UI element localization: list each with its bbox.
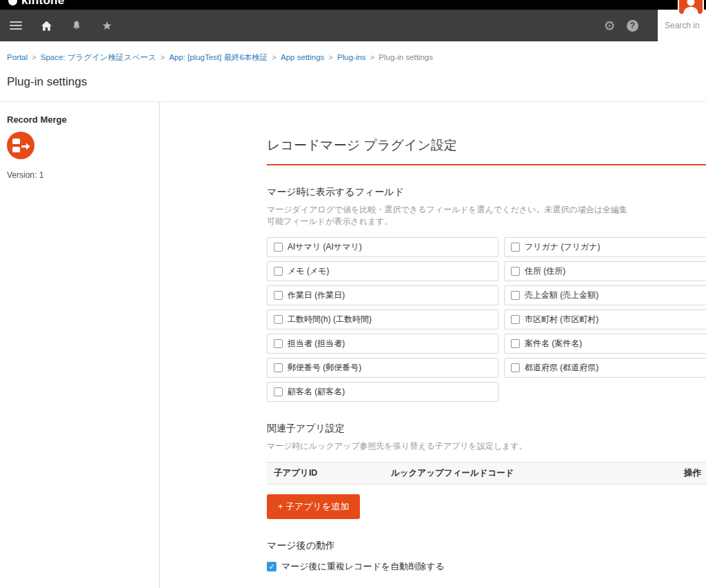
favorites-star-icon[interactable]: ★ [101,19,113,32]
field-label: 工数時間(h) (工数時間) [288,314,372,325]
checkbox-unchecked[interactable] [511,363,520,372]
auto-delete-label: マージ後に重複レコードを自動削除する [281,560,445,573]
field-label: フリガナ (フリガナ) [525,241,601,253]
checkbox-unchecked[interactable] [511,315,520,324]
plugin-version: Version: 1 [7,170,152,180]
field-column-left: AIサマリ (AIサマリ) メモ (メモ) 作業日 (作業日) 工数時間(h) … [267,237,498,402]
add-child-app-button[interactable]: + 子アプリを追加 [267,494,360,519]
page-header: Portal>Space: プラグイン検証スペース>App: [plugTest… [0,41,706,102]
field-label: AIサマリ (AIサマリ) [288,241,362,253]
plugin-sidebar: Record Merge Version: 1 [0,102,160,588]
checkbox-unchecked[interactable] [511,243,520,252]
checkbox-unchecked[interactable] [274,315,283,324]
page-title: Plug-in settings [0,70,706,101]
breadcrumb-portal[interactable]: Portal [7,53,28,61]
checkbox-unchecked[interactable] [511,339,520,348]
user-avatar[interactable] [678,0,704,15]
breadcrumb: Portal>Space: プラグイン検証スペース>App: [plugTest… [0,41,706,70]
checkbox-unchecked[interactable] [274,339,283,348]
child-app-table: 子アプリID ルックアップフィールドコード 操作 [267,462,706,485]
field-checkbox-item[interactable]: 郵便番号 (郵便番号) [267,358,498,378]
kintone-logo-text: kintone [21,0,65,8]
field-label: 都道府県 (都道府県) [525,362,598,374]
breadcrumb-separator: > [370,53,375,61]
merge-fields-description: マージダイアログで値を比較・選択できるフィールドを選んでください。未選択の場合は… [267,204,636,227]
breadcrumb-separator: > [160,53,165,61]
child-app-section: 関連子アプリ設定 マージ時にルックアップ参照先を張り替える子アプリを設定します。… [267,423,636,519]
breadcrumb-separator: > [328,53,333,61]
home-icon[interactable] [40,19,52,32]
auto-delete-checkbox-row[interactable]: ✓ マージ後に重複レコードを自動削除する [267,560,636,573]
breadcrumb-current: Plug-in settings [379,53,433,61]
breadcrumb-app[interactable]: App: [plugTest] 最終6本検証 [169,53,268,61]
kintone-logo-icon [8,0,17,6]
checkbox-unchecked[interactable] [511,291,520,300]
breadcrumb-separator: > [32,53,37,61]
global-navbar: ★ ⚙ ? Search in [0,10,706,41]
help-icon[interactable]: ? [627,20,638,32]
field-label: 売上金額 (売上金額) [525,290,598,301]
child-app-description: マージ時にルックアップ参照先を張り替える子アプリを設定します。 [267,440,636,452]
column-header-child-app-id: 子アプリID [267,463,384,485]
field-checkbox-item[interactable]: 売上金額 (売上金額) [504,285,706,305]
post-merge-heading: マージ後の動作 [267,540,636,552]
checkbox-unchecked[interactable] [274,387,283,396]
checkbox-unchecked[interactable] [274,243,283,252]
checkbox-unchecked[interactable] [511,267,520,276]
plugin-settings-title: レコードマージ プラグイン設定 [267,136,706,165]
field-label: 市区町村 (市区町村) [525,314,598,325]
breadcrumb-app-settings[interactable]: App settings [281,53,324,61]
breadcrumb-separator: > [272,53,276,61]
breadcrumb-space[interactable]: Space: プラグイン検証スペース [41,53,157,61]
field-column-right: フリガナ (フリガナ) 住所 (住所) 売上金額 (売上金額) 市区町村 (市区… [504,237,706,402]
person-icon [682,0,700,14]
post-merge-section: マージ後の動作 ✓ マージ後に重複レコードを自動削除する [267,540,636,573]
merge-fields-heading: マージ時に表示するフィールド [267,186,636,199]
checkbox-unchecked[interactable] [274,363,283,372]
field-checkbox-item[interactable]: 都道府県 (都道府県) [504,358,706,378]
breadcrumb-plugins[interactable]: Plug-ins [337,53,366,61]
field-checkbox-item[interactable]: 顧客名 (顧客名) [267,382,498,402]
merge-fields-section: マージ時に表示するフィールド マージダイアログで値を比較・選択できるフィールドを… [267,186,636,402]
column-header-operation: 操作 [677,463,706,485]
child-app-heading: 関連子アプリ設定 [267,423,636,435]
search-placeholder: Search in [665,21,700,30]
column-header-lookup-field-code: ルックアップフィールドコード [384,463,677,485]
settings-gear-icon[interactable]: ⚙ [603,19,616,32]
menu-icon[interactable] [10,21,22,30]
record-merge-plugin-icon [7,132,34,159]
notifications-bell-icon[interactable] [70,19,83,32]
kintone-topbar: kintone [0,0,706,10]
field-checkbox-item[interactable]: AIサマリ (AIサマリ) [267,237,498,257]
field-checkbox-item[interactable]: 作業日 (作業日) [267,285,498,305]
field-label: 郵便番号 (郵便番号) [288,362,361,374]
checkbox-unchecked[interactable] [274,267,283,276]
field-checkbox-item[interactable]: 担当者 (担当者) [267,334,498,354]
field-label: 作業日 (作業日) [288,290,345,301]
field-checkbox-item[interactable]: 住所 (住所) [504,261,706,281]
checkbox-checked[interactable]: ✓ [267,562,276,571]
field-label: 顧客名 (顧客名) [288,386,345,398]
field-checkbox-item[interactable]: 市区町村 (市区町村) [504,310,706,330]
plugin-settings-panel: レコードマージ プラグイン設定 マージ時に表示するフィールド マージダイアログで… [160,102,636,588]
field-label: 案件名 (案件名) [525,338,582,349]
field-checkbox-item[interactable]: 案件名 (案件名) [504,334,706,354]
field-checkbox-item[interactable]: 工数時間(h) (工数時間) [267,310,498,330]
checkbox-unchecked[interactable] [274,291,283,300]
field-checkbox-item[interactable]: メモ (メモ) [267,261,498,281]
field-label: メモ (メモ) [288,265,329,277]
field-label: 住所 (住所) [525,265,565,277]
field-checkbox-item[interactable]: フリガナ (フリガナ) [504,237,706,257]
plugin-name: Record Merge [7,114,152,125]
field-label: 担当者 (担当者) [288,338,345,349]
kintone-logo[interactable]: kintone [8,0,65,8]
